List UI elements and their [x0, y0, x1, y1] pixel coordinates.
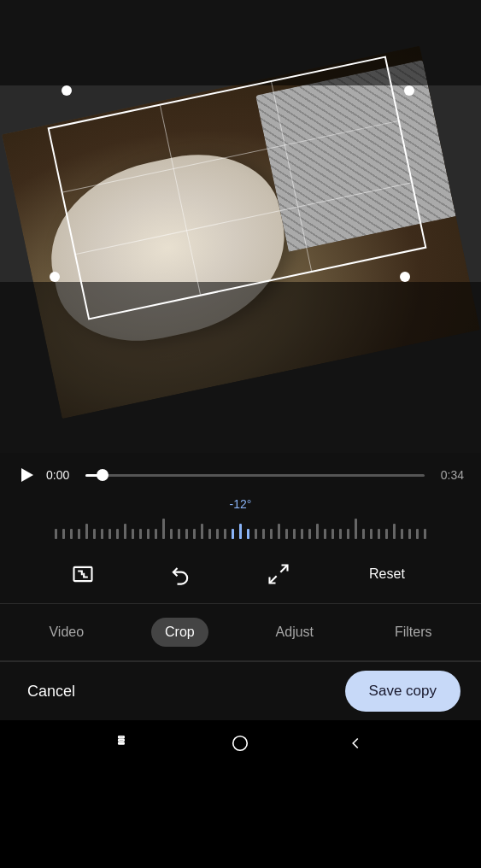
tick	[416, 529, 419, 539]
svg-rect-4	[119, 739, 124, 741]
tick	[385, 529, 388, 539]
tab-video[interactable]: Video	[35, 618, 97, 647]
tick	[116, 529, 119, 539]
crop-handle-bottom-right[interactable]	[400, 272, 410, 282]
play-button[interactable]	[17, 465, 38, 485]
tab-filters[interactable]: Filters	[381, 618, 446, 647]
tools-row: Reset	[0, 545, 481, 604]
tick	[278, 524, 280, 539]
crop-overlay-top	[0, 0, 481, 85]
crop-overlay-bottom	[0, 282, 481, 453]
seek-thumb[interactable]	[97, 469, 109, 481]
cancel-button[interactable]: Cancel	[21, 676, 82, 707]
aspect-ratio-button[interactable]	[66, 557, 100, 591]
svg-line-1	[280, 566, 287, 572]
crop-handle-bottom-left[interactable]	[50, 272, 60, 282]
time-total: 0:34	[433, 468, 464, 482]
svg-point-6	[233, 736, 248, 751]
photo-area	[0, 0, 481, 453]
crop-handle-top-left[interactable]	[62, 85, 72, 96]
tick	[370, 529, 372, 539]
playback-bar: 0:00 0:34	[0, 453, 481, 490]
rotate-button[interactable]	[163, 557, 197, 591]
tick	[301, 529, 303, 539]
tick	[132, 529, 134, 539]
seek-track[interactable]	[85, 474, 425, 477]
rotation-value: -12°	[230, 497, 252, 511]
time-current: 0:00	[46, 468, 77, 482]
tick	[70, 529, 73, 539]
tick	[78, 529, 80, 539]
grid-line-h2	[76, 183, 411, 255]
tick	[270, 529, 273, 539]
controls-area: 0:00 0:34 -12°	[0, 453, 481, 774]
tick	[247, 529, 249, 539]
tick	[362, 529, 365, 539]
tick	[124, 524, 126, 539]
tick	[216, 529, 219, 539]
play-icon	[21, 468, 33, 482]
flip-icon	[267, 562, 290, 586]
action-bar: Cancel Save copy	[0, 661, 481, 720]
tick	[201, 524, 203, 539]
tick	[208, 529, 211, 539]
tick	[424, 529, 426, 539]
grid-line-h1	[62, 120, 397, 192]
tick	[178, 529, 180, 539]
tick	[93, 529, 96, 539]
recent-apps-icon[interactable]	[116, 734, 135, 757]
flip-button[interactable]	[261, 557, 296, 591]
tick	[147, 529, 150, 539]
grid-line-v2	[271, 82, 312, 271]
tick	[62, 529, 65, 539]
tick-center	[239, 524, 242, 539]
tick	[401, 529, 403, 539]
crop-handle-top-right[interactable]	[404, 85, 414, 96]
rotate-icon	[168, 562, 192, 586]
tick	[316, 524, 319, 539]
rotation-ruler[interactable]	[0, 516, 481, 542]
grid-line-v1	[160, 105, 201, 294]
tick	[162, 519, 165, 539]
home-icon[interactable]	[231, 734, 249, 757]
tick	[331, 529, 334, 539]
tick	[293, 529, 296, 539]
tick	[393, 524, 396, 539]
svg-rect-0	[74, 567, 92, 581]
svg-rect-5	[119, 742, 124, 744]
tick	[285, 529, 288, 539]
tick	[324, 529, 326, 539]
tick	[378, 529, 380, 539]
tick	[347, 529, 349, 539]
tick	[193, 529, 196, 539]
back-icon[interactable]	[346, 734, 365, 757]
aspect-ratio-icon	[71, 562, 95, 586]
tick	[262, 529, 265, 539]
tick	[308, 529, 311, 539]
tick	[408, 529, 411, 539]
system-nav-bar	[0, 720, 481, 774]
svg-line-2	[269, 576, 276, 583]
rotation-area: -12°	[0, 490, 481, 545]
tick	[101, 529, 103, 539]
tick	[155, 529, 157, 539]
reset-button[interactable]: Reset	[359, 560, 415, 589]
tab-crop[interactable]: Crop	[151, 618, 208, 647]
tick	[139, 529, 142, 539]
tab-adjust[interactable]: Adjust	[262, 618, 327, 647]
svg-rect-3	[119, 736, 124, 738]
save-copy-button[interactable]: Save copy	[345, 671, 460, 712]
tick	[85, 524, 88, 539]
tick	[185, 529, 188, 539]
tabs-row: Video Crop Adjust Filters	[0, 604, 481, 660]
ruler-ticks	[52, 519, 429, 539]
tick	[109, 529, 111, 539]
tick	[355, 519, 357, 539]
tick-active	[232, 529, 234, 539]
tick	[170, 529, 173, 539]
tick	[224, 529, 226, 539]
tick	[255, 529, 257, 539]
tick	[339, 529, 342, 539]
tick	[55, 529, 57, 539]
